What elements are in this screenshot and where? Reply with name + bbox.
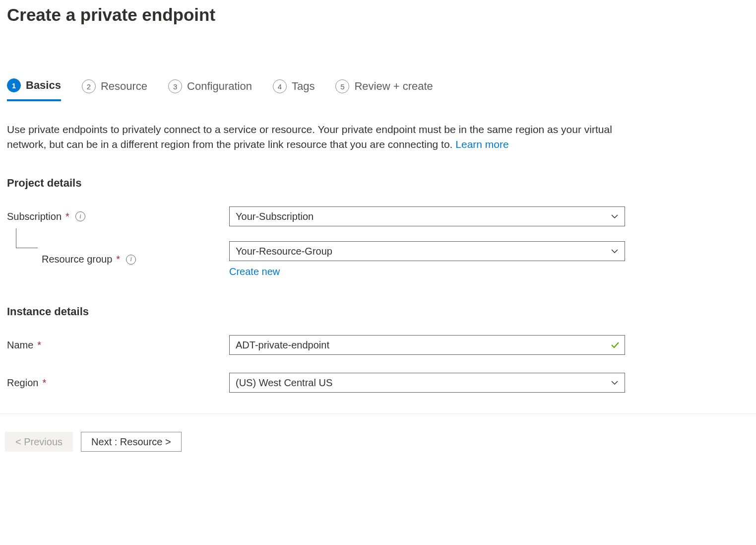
field-resource-group: Resource group * i Your-Resource-Group C… [7, 241, 749, 277]
check-icon [610, 340, 620, 350]
tab-basics[interactable]: 1 Basics [7, 78, 61, 101]
subscription-dropdown[interactable]: Your-Subscription [229, 206, 625, 226]
name-label: Name [7, 340, 33, 351]
chevron-down-icon [611, 212, 619, 220]
tree-connector-icon [16, 228, 38, 248]
tab-step-number-icon: 3 [168, 79, 182, 93]
resource-group-dropdown[interactable]: Your-Resource-Group [229, 241, 625, 261]
tab-label: Basics [26, 79, 61, 92]
subscription-label: Subscription [7, 211, 62, 222]
required-indicator-icon: * [116, 254, 120, 265]
tab-label: Resource [101, 80, 147, 93]
learn-more-link[interactable]: Learn more [455, 138, 508, 150]
field-region: Region * (US) West Central US [7, 373, 749, 393]
chevron-down-icon [611, 379, 619, 387]
required-indicator-icon: * [42, 377, 46, 389]
region-label: Region [7, 377, 38, 389]
tab-step-number-icon: 2 [82, 79, 96, 93]
tab-step-number-icon: 4 [273, 79, 287, 93]
tab-label: Configuration [187, 80, 252, 93]
field-name: Name * [7, 335, 749, 355]
dropdown-value: Your-Resource-Group [236, 246, 332, 257]
section-project-details: Project details [7, 177, 749, 190]
tab-review-create[interactable]: 5 Review + create [335, 79, 433, 100]
tab-step-number-icon: 1 [7, 78, 21, 92]
tab-configuration[interactable]: 3 Configuration [168, 79, 252, 100]
dropdown-value: Your-Subscription [236, 211, 314, 222]
page-title: Create a private endpoint [7, 0, 749, 25]
description-body: Use private endpoints to privately conne… [7, 124, 612, 150]
tab-resource[interactable]: 2 Resource [82, 79, 147, 100]
description-text: Use private endpoints to privately conne… [7, 122, 622, 152]
section-instance-details: Instance details [7, 305, 749, 318]
chevron-down-icon [611, 247, 619, 255]
tab-label: Review + create [354, 80, 433, 93]
create-new-link[interactable]: Create new [229, 266, 280, 277]
field-subscription: Subscription * i Your-Subscription [7, 206, 749, 226]
tab-label: Tags [292, 80, 315, 93]
dropdown-value: (US) West Central US [236, 377, 332, 389]
info-icon[interactable]: i [126, 255, 136, 265]
required-indicator-icon: * [37, 340, 41, 351]
name-input[interactable] [229, 335, 625, 355]
wizard-tabs: 1 Basics 2 Resource 3 Configuration 4 Ta… [7, 78, 749, 101]
wizard-footer: < Previous Next : Resource > [0, 413, 756, 452]
next-button[interactable]: Next : Resource > [81, 432, 182, 452]
required-indicator-icon: * [65, 211, 69, 222]
info-icon[interactable]: i [75, 211, 85, 221]
tab-step-number-icon: 5 [335, 79, 349, 93]
previous-button: < Previous [5, 432, 73, 452]
region-dropdown[interactable]: (US) West Central US [229, 373, 625, 393]
tab-tags[interactable]: 4 Tags [273, 79, 315, 100]
resource-group-label: Resource group [42, 254, 112, 265]
